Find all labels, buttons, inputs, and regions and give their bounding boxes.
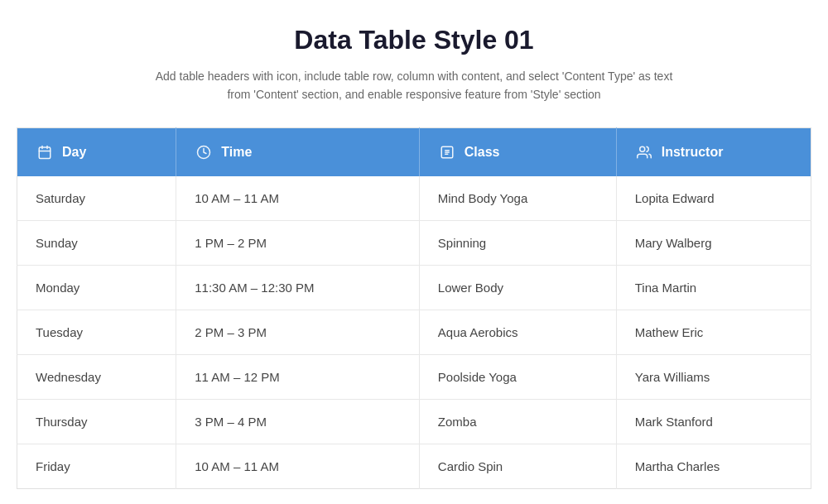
header-class: Class — [419, 127, 616, 176]
header-time-label: Time — [221, 145, 252, 160]
class-icon — [438, 143, 456, 161]
table-header: Day Time — [17, 127, 811, 176]
header-instructor: Instructor — [616, 127, 811, 176]
table-row: Monday11:30 AM – 12:30 PMLower BodyTina … — [17, 265, 811, 310]
subtitle-line1: Add table headers with icon, include tab… — [156, 70, 673, 83]
cell-instructor: Yara Williams — [616, 354, 811, 399]
cell-instructor: Mary Walberg — [616, 220, 811, 265]
cell-time: 2 PM – 3 PM — [176, 310, 420, 354]
table-row: Wednesday11 AM – 12 PMPoolside YogaYara … — [17, 354, 811, 399]
cell-day: Monday — [17, 265, 176, 310]
cell-time: 11 AM – 12 PM — [176, 354, 420, 399]
table-row: Tuesday2 PM – 3 PMAqua AerobicsMathew Er… — [17, 310, 811, 354]
cell-time: 10 AM – 11 AM — [176, 444, 420, 488]
cell-instructor: Mathew Eric — [616, 310, 811, 354]
data-table: Day Time — [17, 127, 811, 489]
cell-instructor: Mark Stanford — [616, 399, 811, 444]
table-row: Sunday1 PM – 2 PMSpinningMary Walberg — [17, 220, 811, 265]
header-row: Day Time — [17, 127, 811, 176]
cell-time: 10 AM – 11 AM — [176, 176, 420, 221]
cell-class: Mind Body Yoga — [419, 176, 616, 221]
cell-class: Zomba — [419, 399, 616, 444]
cell-class: Lower Body — [419, 265, 616, 310]
page-container: Data Table Style 01 Add table headers wi… — [17, 25, 811, 489]
cell-day: Saturday — [17, 176, 176, 221]
instructor-icon — [635, 143, 653, 161]
cell-class: Cardio Spin — [419, 444, 616, 488]
cell-time: 11:30 AM – 12:30 PM — [176, 265, 420, 310]
cell-instructor: Lopita Edward — [616, 176, 811, 221]
calendar-icon — [36, 143, 54, 161]
page-subtitle: Add table headers with icon, include tab… — [17, 67, 811, 104]
header-day: Day — [17, 127, 176, 176]
page-title: Data Table Style 01 — [17, 25, 811, 55]
table-row: Thursday3 PM – 4 PMZombaMark Stanford — [17, 399, 811, 444]
clock-icon — [195, 143, 213, 161]
header-day-label: Day — [62, 145, 86, 160]
cell-class: Poolside Yoga — [419, 354, 616, 399]
table-body: Saturday10 AM – 11 AMMind Body YogaLopit… — [17, 176, 811, 489]
cell-day: Friday — [17, 444, 176, 488]
table-row: Friday10 AM – 11 AMCardio SpinMartha Cha… — [17, 444, 811, 488]
cell-day: Sunday — [17, 220, 176, 265]
cell-instructor: Tina Martin — [616, 265, 811, 310]
cell-class: Spinning — [419, 220, 616, 265]
table-row: Saturday10 AM – 11 AMMind Body YogaLopit… — [17, 176, 811, 221]
cell-day: Tuesday — [17, 310, 176, 354]
header-time: Time — [176, 127, 420, 176]
svg-point-9 — [640, 146, 645, 151]
header-class-label: Class — [465, 145, 500, 160]
cell-class: Aqua Aerobics — [419, 310, 616, 354]
cell-day: Thursday — [17, 399, 176, 444]
cell-time: 1 PM – 2 PM — [176, 220, 420, 265]
cell-instructor: Martha Charles — [616, 444, 811, 488]
svg-rect-0 — [39, 147, 51, 159]
cell-time: 3 PM – 4 PM — [176, 399, 420, 444]
subtitle-line2: from 'Content' section, and enable respo… — [227, 88, 600, 101]
header-instructor-label: Instructor — [662, 145, 724, 160]
cell-day: Wednesday — [17, 354, 176, 399]
